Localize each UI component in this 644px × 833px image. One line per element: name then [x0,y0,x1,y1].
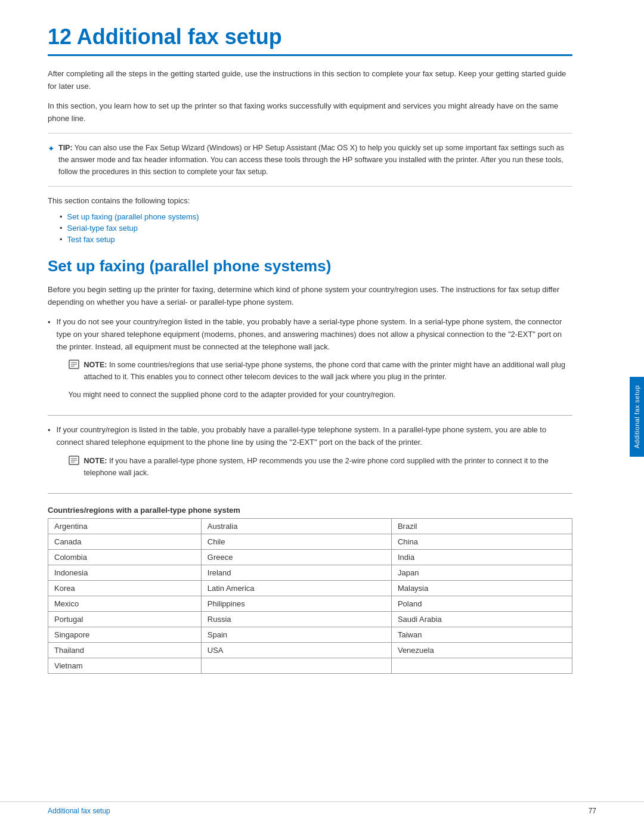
side-tab: Additional fax setup [630,376,644,456]
table-cell: Saudi Arabia [391,611,572,627]
chapter-header: 12 Additional fax setup [48,24,572,56]
table-row: ThailandUSAVenezuela [48,642,572,658]
footer-page: 77 [589,807,596,815]
tip-box: ✦ TIP: You can also use the Fax Setup Wi… [48,142,572,178]
table-cell: China [391,534,572,549]
table-row: IndonesiaIrelandJapan [48,565,572,580]
bullet-item-1: If you do not see your country/region li… [48,316,572,407]
bullet-list: If you do not see your country/region li… [48,316,572,485]
table-cell: Japan [391,565,572,580]
table-cell: Malaysia [391,580,572,596]
table-row: MexicoPhilippinesPoland [48,596,572,611]
table-cell: Poland [391,596,572,611]
topic-link-3[interactable]: Test fax setup [67,235,115,244]
tip-text: TIP: You can also use the Fax Setup Wiza… [58,142,572,178]
divider-1 [48,133,572,134]
table-cell: Canada [48,534,202,549]
bullet2-text: If your country/region is listed in the … [57,424,572,449]
countries-table: ArgentinaAustraliaBrazilCanadaChileChina… [48,518,572,674]
table-cell: Portugal [48,611,202,627]
table-cell: Spain [201,627,391,642]
section-divider-1 [48,415,572,416]
table-row: SingaporeSpainTaiwan [48,627,572,642]
table-cell: Vietnam [48,658,202,673]
table-cell: Colombia [48,549,202,565]
note1-text: NOTE: In some countries/regions that use… [84,359,572,383]
table-cell: Taiwan [391,627,572,642]
table-cell: Greece [201,549,391,565]
table-cell: Venezuela [391,642,572,658]
section1-intro: Before you begin setting up the printer … [48,284,572,309]
table-cell: Mexico [48,596,202,611]
table-row: Vietnam [48,658,572,673]
bullet-content-2: If your country/region is listed in the … [57,424,572,485]
table-cell: Thailand [48,642,202,658]
note2-text: NOTE: If you have a parallel-type phone … [84,455,572,479]
section-divider-2 [48,493,572,494]
footer-left: Additional fax setup [48,807,110,815]
table-row: PortugalRussiaSaudi Arabia [48,611,572,627]
table-row: KoreaLatin AmericaMalaysia [48,580,572,596]
note1-sub: You might need to connect the supplied p… [69,389,572,401]
table-cell: Ireland [201,565,391,580]
table-section: Countries/regions with a parallel-type p… [48,506,572,674]
table-cell [201,658,391,673]
intro-paragraph-1: After completing all the steps in the ge… [48,68,572,93]
table-cell: Latin America [201,580,391,596]
table-row: ColombiaGreeceIndia [48,549,572,565]
bullet-content-1: If you do not see your country/region li… [57,316,572,407]
table-cell: Korea [48,580,202,596]
table-row: ArgentinaAustraliaBrazil [48,518,572,534]
topic-list-item-2: Serial-type fax setup [60,224,572,233]
section1-title: Set up faxing (parallel phone systems) [48,257,572,275]
note-icon-1 [69,360,80,369]
table-cell [391,658,572,673]
bullet1-text: If you do not see your country/region li… [57,316,572,353]
table-heading: Countries/regions with a parallel-type p… [48,506,572,515]
chapter-title: 12 Additional fax setup [48,24,572,49]
bullet-item-2: If your country/region is listed in the … [48,424,572,485]
table-cell: Argentina [48,518,202,534]
table-cell: USA [201,642,391,658]
divider-2 [48,186,572,187]
topic-list-item-3: Test fax setup [60,235,572,244]
note-icon-2 [69,456,80,465]
topic-link-1[interactable]: Set up faxing (parallel phone systems) [67,212,199,221]
section-contains-label: This section contains the following topi… [48,195,572,208]
table-cell: Australia [201,518,391,534]
table-cell: Indonesia [48,565,202,580]
table-cell: Chile [201,534,391,549]
topic-link-2[interactable]: Serial-type fax setup [67,224,138,233]
footer-bar: Additional fax setup 77 [0,801,644,815]
table-cell: Philippines [201,596,391,611]
table-cell: India [391,549,572,565]
note-box-2: NOTE: If you have a parallel-type phone … [69,455,572,479]
intro-paragraph-2: In this section, you learn how to set up… [48,100,572,125]
tip-icon: ✦ [48,142,55,155]
table-cell: Russia [201,611,391,627]
table-row: CanadaChileChina [48,534,572,549]
note-box-1: NOTE: In some countries/regions that use… [69,359,572,383]
table-cell: Brazil [391,518,572,534]
topic-list: Set up faxing (parallel phone systems) S… [60,212,572,244]
table-cell: Singapore [48,627,202,642]
topic-list-item-1: Set up faxing (parallel phone systems) [60,212,572,221]
